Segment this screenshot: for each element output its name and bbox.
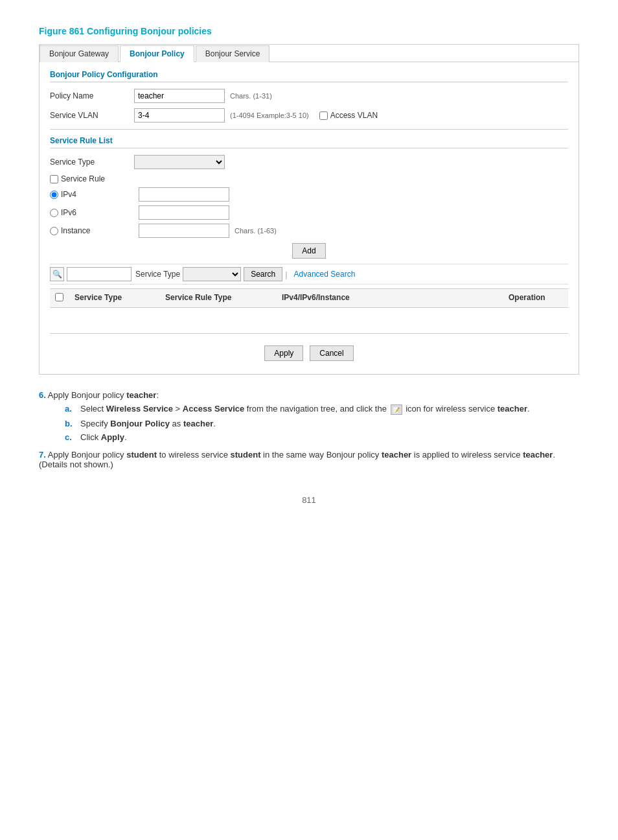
table-header-ipv4ipv6: IPv4/IPv6/Instance: [277, 292, 503, 305]
service-type-select[interactable]: [134, 155, 225, 169]
access-vlan-checkbox[interactable]: [319, 111, 328, 120]
bottom-btns: Apply Cancel: [50, 340, 568, 366]
service-rule-checkbox[interactable]: [50, 175, 58, 183]
step-6-text: Apply Bonjour policy teacher:: [48, 390, 159, 400]
sub-step-c: c. Click Apply.: [65, 432, 579, 442]
apply-button[interactable]: Apply: [264, 345, 303, 361]
steps-section: 6. Apply Bonjour policy teacher: a. Sele…: [39, 390, 579, 469]
sub-step-b-text: Specify Bonjour Policy as teacher.: [80, 419, 216, 428]
sub-step-b-label: b.: [65, 419, 80, 428]
policy-config-section: Bonjour Policy Configuration Policy Name…: [50, 70, 568, 122]
service-type-text: Service Type: [135, 270, 180, 279]
search-bar: 🔍 Service Type Search | Advanced Search: [50, 264, 568, 285]
service-rule-list-section: Service Rule List Service Type Service R…: [50, 129, 568, 366]
service-rule-list-label: Service Rule List: [50, 136, 568, 148]
instance-input[interactable]: [139, 224, 229, 238]
ui-box: Bonjour Gateway Bonjour Policy Bonjour S…: [39, 44, 579, 375]
step-6-sub-steps: a. Select Wireless Service > Access Serv…: [65, 404, 579, 442]
table-header-operation: Operation: [503, 292, 568, 305]
tab-bonjour-gateway[interactable]: Bonjour Gateway: [40, 45, 119, 62]
instance-radio[interactable]: [50, 227, 58, 235]
ipv4-radio[interactable]: [50, 191, 58, 199]
service-vlan-row: Service VLAN (1-4094 Example:3-5 10) Acc…: [50, 108, 568, 122]
ipv6-label: IPv6: [61, 208, 139, 217]
ipv4-row: IPv4: [50, 187, 568, 202]
sub-step-c-text: Click Apply.: [80, 432, 127, 442]
service-rule-checkbox-label: Service Rule: [61, 174, 105, 183]
policy-config-label: Bonjour Policy Configuration: [50, 70, 568, 82]
table-header-service-type: Service Type: [69, 292, 160, 305]
instance-hint: Chars. (1-63): [235, 227, 277, 235]
sub-step-a: a. Select Wireless Service > Access Serv…: [65, 404, 579, 415]
service-vlan-input[interactable]: [134, 108, 225, 122]
figure-title: Figure 861 Configuring Bonjour policies: [39, 26, 579, 36]
ipv6-radio[interactable]: [50, 209, 58, 217]
ipv6-input[interactable]: [139, 205, 229, 220]
step-7-num: 7.: [39, 450, 46, 460]
add-btn-row: Add: [50, 243, 568, 259]
table-empty-body: [50, 308, 568, 334]
ipv4-input[interactable]: [139, 187, 229, 202]
sub-step-a-label: a.: [65, 404, 80, 415]
policy-name-input[interactable]: [134, 89, 225, 103]
sub-step-a-text: Select Wireless Service > Access Service…: [80, 404, 530, 415]
page-number: 811: [39, 495, 579, 505]
sub-step-c-label: c.: [65, 432, 80, 442]
ipv4-label: IPv4: [61, 190, 139, 199]
search-icon: 🔍: [52, 270, 62, 279]
cancel-button[interactable]: Cancel: [310, 345, 353, 361]
table-header: Service Type Service Rule Type IPv4/IPv6…: [50, 288, 568, 308]
ipv6-row: IPv6: [50, 205, 568, 220]
service-type-filter-select[interactable]: [183, 267, 241, 281]
search-input[interactable]: [67, 267, 132, 281]
table-header-rule-type: Service Rule Type: [160, 292, 277, 305]
search-button[interactable]: Search: [244, 267, 282, 281]
service-type-label: Service Type: [50, 158, 134, 167]
step-7: 7. Apply Bonjour policy student to wirel…: [39, 450, 579, 469]
search-icon-box: 🔍: [50, 267, 64, 281]
instance-row: Instance Chars. (1-63): [50, 224, 568, 238]
edit-icon: 📝: [391, 404, 402, 415]
tab-bonjour-policy[interactable]: Bonjour Policy: [120, 45, 194, 62]
access-vlan-label[interactable]: Access VLAN: [319, 111, 378, 120]
service-rule-checkbox-row: Service Rule: [50, 174, 568, 183]
table-header-checkbox[interactable]: [50, 292, 69, 305]
tab-bonjour-service[interactable]: Bonjour Service: [196, 45, 270, 62]
sub-step-b: b. Specify Bonjour Policy as teacher.: [65, 419, 579, 428]
step-6-num: 6.: [39, 390, 46, 400]
policy-name-hint: Chars. (1-31): [230, 92, 272, 100]
advanced-search-link[interactable]: Advanced Search: [294, 270, 356, 279]
service-type-row: Service Type: [50, 155, 568, 169]
step-7-text: Apply Bonjour policy student to wireless…: [39, 450, 555, 469]
policy-name-label: Policy Name: [50, 91, 134, 100]
separator: |: [285, 270, 287, 279]
select-all-checkbox[interactable]: [55, 293, 63, 301]
service-vlan-hint: (1-4094 Example:3-5 10): [230, 111, 309, 119]
add-button[interactable]: Add: [292, 243, 325, 259]
step-6: 6. Apply Bonjour policy teacher: a. Sele…: [39, 390, 579, 442]
instance-label: Instance: [61, 226, 139, 235]
service-vlan-label: Service VLAN: [50, 111, 134, 120]
tabs-bar: Bonjour Gateway Bonjour Policy Bonjour S…: [40, 45, 578, 62]
policy-name-row: Policy Name Chars. (1-31): [50, 89, 568, 103]
